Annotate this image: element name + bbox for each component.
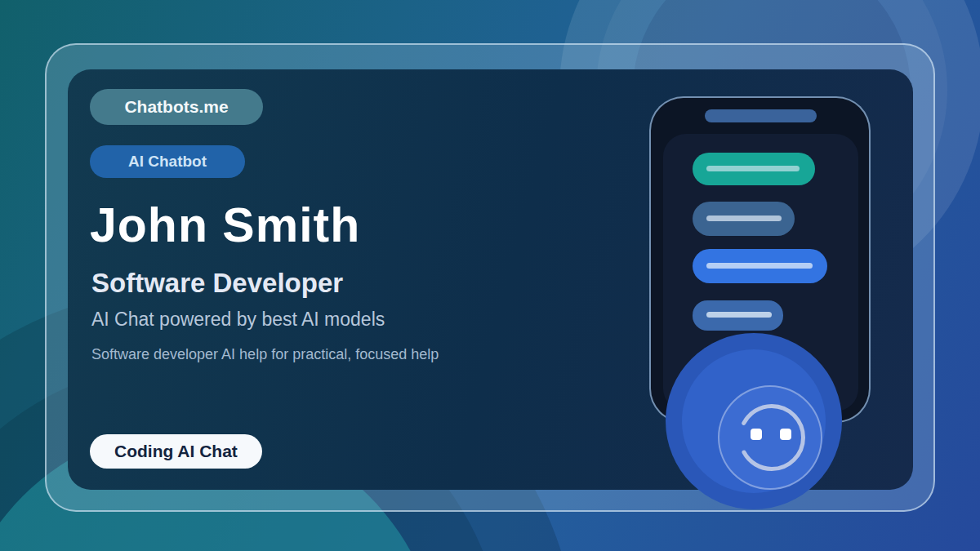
description-text: Software developer AI help for practical… bbox=[91, 346, 439, 363]
category-badge-label: AI Chatbot bbox=[128, 153, 207, 171]
tagline-text: AI Chat powered by best AI models bbox=[91, 309, 385, 331]
chat-bubble-text-line bbox=[706, 216, 782, 221]
chat-bubble-text-line bbox=[706, 312, 772, 318]
chat-bubble-2 bbox=[693, 202, 795, 236]
chat-bubble-text-line bbox=[706, 166, 800, 171]
chat-bubble-1 bbox=[693, 153, 815, 185]
category-badge: AI Chatbot bbox=[90, 145, 245, 178]
chat-bubble-3 bbox=[693, 249, 827, 283]
phone-notch bbox=[705, 109, 817, 122]
smiley-face-icon bbox=[719, 387, 821, 488]
brand-badge-label: Chatbots.me bbox=[124, 97, 228, 117]
chat-bubble-text-line bbox=[706, 263, 813, 269]
avatar-face-circle bbox=[718, 385, 822, 490]
smiley-left-eye bbox=[751, 429, 762, 440]
brand-badge: Chatbots.me bbox=[90, 89, 263, 125]
page-title: John Smith bbox=[90, 201, 360, 251]
avatar bbox=[666, 333, 842, 509]
coding-ai-chat-button[interactable]: Coding AI Chat bbox=[90, 434, 262, 469]
promo-banner: Chatbots.me AI Chatbot John Smith Softwa… bbox=[0, 0, 980, 551]
role-subtitle: Software Developer bbox=[91, 268, 343, 299]
avatar-ring bbox=[682, 349, 826, 493]
smiley-right-eye bbox=[780, 429, 791, 440]
chat-bubble-4 bbox=[693, 300, 783, 331]
